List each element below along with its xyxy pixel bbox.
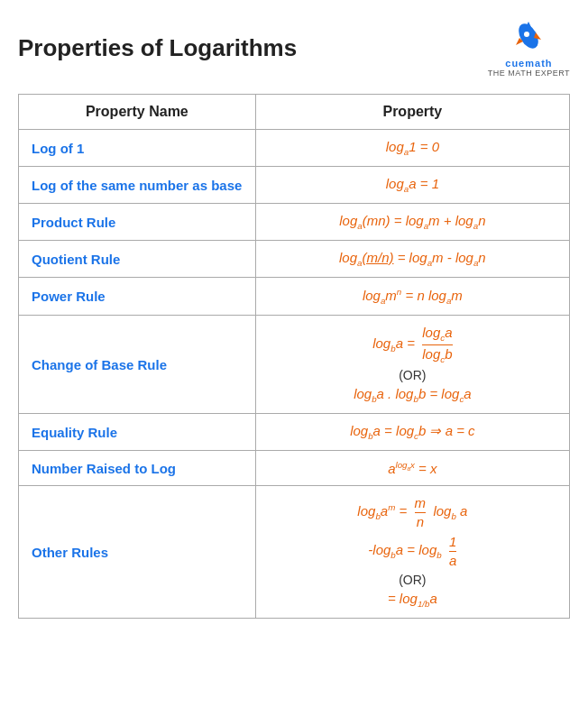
- table-row: Log of 1 loga1 = 0: [19, 130, 570, 167]
- prop-val-logbase: logaa = 1: [255, 167, 569, 204]
- prop-val-other: logbam = m n logb a -logba = logb 1 a: [255, 486, 569, 619]
- col-header-property: Property: [255, 95, 569, 130]
- prop-name-power: Power Rule: [19, 278, 256, 316]
- prop-name-product: Product Rule: [19, 204, 256, 241]
- table-row: Number Raised to Log alogax = x: [19, 451, 570, 486]
- logo-area: cuemath THE MATH EXPERT: [488, 18, 570, 78]
- table-row: Quotient Rule loga(m/n) = logam - logan: [19, 241, 570, 278]
- prop-name-other: Other Rules: [19, 486, 256, 619]
- col-header-name: Property Name: [19, 95, 256, 130]
- prop-val-changebase: logba = logca logcb (OR) logba . logbb =…: [255, 316, 569, 414]
- table-row: Log of the same number as base logaa = 1: [19, 167, 570, 204]
- table-row: Equality Rule logba = logcb ⇒ a = c: [19, 414, 570, 451]
- prop-name-changebase: Change of Base Rule: [19, 316, 256, 414]
- page-title: Properties of Logarithms: [18, 34, 297, 62]
- prop-name-logbase: Log of the same number as base: [19, 167, 256, 204]
- prop-val-power: logamn = n logam: [255, 278, 569, 316]
- table-row: Other Rules logbam = m n logb a -logba =…: [19, 486, 570, 619]
- prop-name-log1: Log of 1: [19, 130, 256, 167]
- logo-icon: [509, 18, 548, 58]
- prop-val-raised: alogax = x: [255, 451, 569, 486]
- table-row: Power Rule logamn = n logam: [19, 278, 570, 316]
- properties-table: Property Name Property Log of 1 loga1 = …: [18, 94, 570, 619]
- prop-val-log1: loga1 = 0: [255, 130, 569, 167]
- page-header: Properties of Logarithms cuemath THE MAT…: [18, 18, 570, 78]
- prop-val-quotient: loga(m/n) = logam - logan: [255, 241, 569, 278]
- prop-val-product: loga(mn) = logam + logan: [255, 204, 569, 241]
- logo-text-brand: cuemath: [505, 58, 552, 69]
- logo-text-tagline: THE MATH EXPERT: [488, 69, 570, 78]
- svg-point-2: [524, 32, 529, 37]
- prop-name-equality: Equality Rule: [19, 414, 256, 451]
- table-row: Change of Base Rule logba = logca logcb …: [19, 316, 570, 414]
- prop-name-quotient: Quotient Rule: [19, 241, 256, 278]
- table-row: Product Rule loga(mn) = logam + logan: [19, 204, 570, 241]
- prop-name-raised: Number Raised to Log: [19, 451, 256, 486]
- prop-val-equality: logba = logcb ⇒ a = c: [255, 414, 569, 451]
